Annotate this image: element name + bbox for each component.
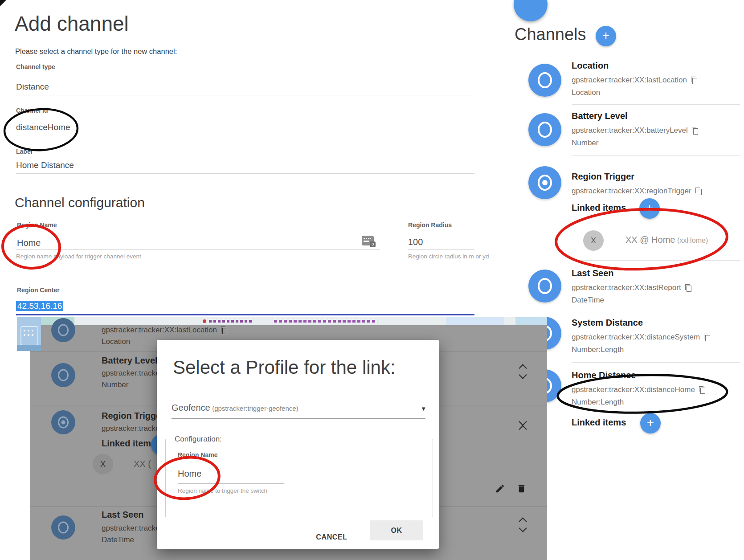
channel-type: Location [572, 88, 600, 97]
badge-count: 3 [370, 241, 376, 247]
region-name-input[interactable]: Home [17, 238, 41, 248]
channel-uid: gpstracker:tracker:XX:distanceHome [572, 385, 695, 394]
page-title: Add channel [15, 12, 129, 36]
channel-type: DateTime [572, 296, 604, 305]
channel-id-label: Channel Id [16, 107, 48, 114]
channel-title: Location [572, 61, 609, 71]
channel-icon-last-seen [528, 270, 561, 302]
dim-channel-type: Number [102, 380, 128, 389]
dim-linked-items-heading: Linked items [102, 438, 156, 449]
dim-channel-title: Last Seen [102, 510, 143, 520]
linked-item-avatar: X [583, 230, 604, 251]
channel-id-input[interactable]: distanceHome [16, 123, 70, 132]
radio-dot-icon [542, 180, 548, 185]
corner-mark [0, 0, 6, 6]
label-field-input[interactable]: Home Distance [16, 160, 74, 170]
channel-type: Number:Length [572, 398, 624, 407]
channel-icon-battery [528, 113, 561, 146]
divider [16, 95, 474, 95]
channel-icon-region-trigger [528, 166, 561, 199]
divider [572, 104, 740, 105]
copy-icon[interactable] [692, 127, 699, 135]
label-field-label: Label [16, 148, 33, 155]
collapse-icon[interactable] [520, 419, 526, 432]
dim-linked-item-label: XX ( [134, 459, 151, 469]
region-center-focus-underline [16, 314, 474, 315]
divider [16, 173, 474, 174]
copy-icon [221, 327, 228, 334]
dim-channel-title: Region Trigger [102, 411, 164, 421]
dialog-region-name-underline [178, 483, 284, 484]
add-channel-button[interactable]: + [596, 26, 616, 46]
channel-title: System Distance [572, 318, 643, 328]
region-name-label: Region Name [17, 221, 57, 229]
channel-uid: gpstracker:tracker:XX:regionTrigger [572, 187, 691, 196]
scrolled-channel-icon [514, 0, 548, 21]
dialog-region-name-helper: Region name to trigger the switch [178, 487, 267, 494]
circle-icon [538, 278, 552, 294]
region-radius-label: Region Radius [408, 221, 452, 229]
region-radius-underline [408, 249, 474, 249]
dim-channel-icon-region-trigger [51, 410, 75, 434]
dim-channel-icon-battery [51, 363, 75, 387]
add-linked-item-button[interactable]: + [640, 413, 661, 433]
profile-select[interactable]: Geofence (gpstracker:trigger-geofence) [172, 403, 298, 413]
dim-channel-uid: gpstracker:tracker:XX:lastLocation [102, 326, 217, 335]
channel-type-label: Channel type [16, 63, 55, 70]
dim-channel-icon-location [51, 318, 75, 342]
region-radius-helper: Region circle radius in m or yd [408, 253, 489, 260]
channel-icon-location [528, 64, 561, 97]
linked-item-row[interactable]: XX @ Home (xxHome) [625, 235, 708, 245]
copy-icon[interactable] [695, 188, 702, 195]
divider [572, 362, 740, 363]
copy-icon[interactable] [699, 386, 706, 394]
channels-heading: Channels [515, 25, 586, 44]
copy-icon[interactable] [704, 334, 711, 341]
dialog-region-name-input[interactable]: Home [178, 469, 201, 479]
edit-icon[interactable] [495, 483, 505, 495]
divider [16, 137, 474, 137]
profile-select-detail: (gpstracker:trigger-geofence) [212, 405, 298, 412]
region-center-input[interactable]: 42.53,16.16 [16, 301, 63, 311]
dim-linked-item-avatar: X [93, 454, 113, 474]
dim-channel-type: DateTime [102, 535, 134, 544]
copy-icon[interactable] [685, 284, 692, 292]
add-linked-item-button[interactable]: + [639, 198, 660, 219]
configuration-legend: Configuration: [172, 435, 225, 444]
channel-configuration-heading: Channel configuration [15, 195, 145, 210]
copy-icon[interactable] [691, 77, 698, 84]
channel-uid: gpstracker:tracker:XX:batteryLevel [572, 126, 688, 135]
channel-title: Battery Level [572, 111, 628, 121]
divider [572, 155, 740, 156]
circle-icon [538, 72, 552, 88]
linked-item-label: XX @ Home [625, 235, 675, 245]
channel-uid: gpstracker:tracker:XX:distanceSystem [572, 333, 700, 342]
map-strip [30, 317, 547, 325]
region-center-label: Region Center [17, 286, 60, 294]
channel-type-value[interactable]: Distance [16, 82, 49, 92]
unfold-icon[interactable] [520, 519, 526, 531]
dialog-title: Select a Profile for the link: [173, 357, 396, 378]
channel-uid: gpstracker:tracker:XX:lastLocation [572, 76, 687, 85]
region-radius-input[interactable]: 100 [408, 237, 423, 247]
configuration-fieldset: Configuration: Region Name Home Region n… [165, 439, 433, 517]
dim-channel-icon-last-seen [51, 515, 75, 540]
keypad-icon [20, 326, 38, 346]
divider [572, 260, 740, 261]
linked-items-heading: Linked items [572, 417, 626, 428]
keyboard-extension-icon[interactable]: 3 [362, 236, 374, 245]
select-underline [172, 418, 425, 419]
region-name-underline [16, 249, 380, 249]
map-thumbnail [17, 317, 41, 351]
linked-items-heading: Linked items [572, 203, 626, 213]
select-profile-dialog: Select a Profile for the link: Geofence … [157, 340, 439, 549]
cancel-button[interactable]: CANCEL [304, 527, 360, 547]
ok-button[interactable]: OK [370, 520, 423, 540]
channel-title: Region Trigger [572, 172, 634, 182]
delete-icon[interactable] [516, 483, 527, 495]
chevron-down-icon[interactable]: ▼ [421, 405, 426, 412]
linked-item-suffix: (xxHome) [677, 237, 708, 244]
unfold-icon[interactable] [520, 365, 526, 378]
circle-icon [538, 122, 552, 138]
divider [572, 312, 740, 312]
